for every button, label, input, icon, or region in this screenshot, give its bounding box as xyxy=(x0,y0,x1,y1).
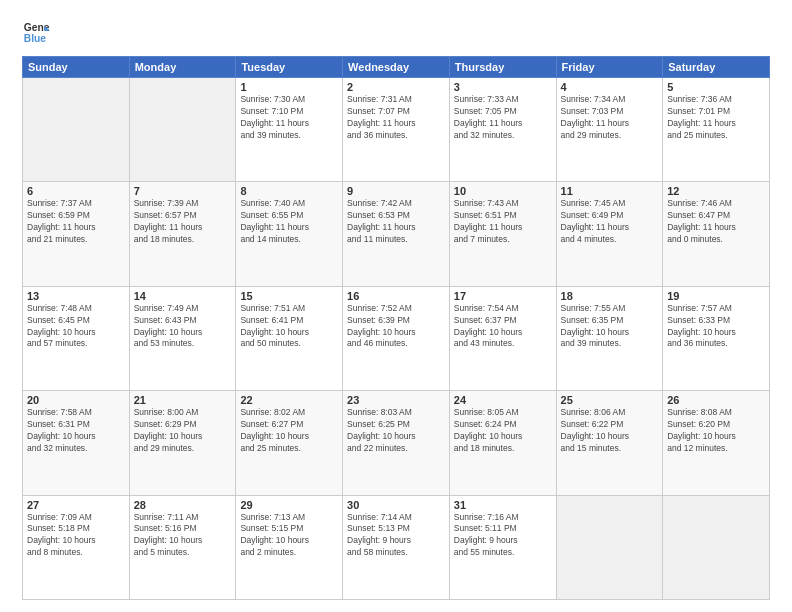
day-number: 26 xyxy=(667,394,765,406)
day-number: 7 xyxy=(134,185,232,197)
day-number: 19 xyxy=(667,290,765,302)
day-number: 2 xyxy=(347,81,445,93)
day-cell xyxy=(129,78,236,182)
day-info: Sunrise: 8:05 AM Sunset: 6:24 PM Dayligh… xyxy=(454,407,552,455)
day-number: 24 xyxy=(454,394,552,406)
day-info: Sunrise: 7:48 AM Sunset: 6:45 PM Dayligh… xyxy=(27,303,125,351)
day-cell: 4Sunrise: 7:34 AM Sunset: 7:03 PM Daylig… xyxy=(556,78,663,182)
day-info: Sunrise: 7:30 AM Sunset: 7:10 PM Dayligh… xyxy=(240,94,338,142)
day-info: Sunrise: 7:40 AM Sunset: 6:55 PM Dayligh… xyxy=(240,198,338,246)
day-info: Sunrise: 7:49 AM Sunset: 6:43 PM Dayligh… xyxy=(134,303,232,351)
day-number: 21 xyxy=(134,394,232,406)
day-cell: 20Sunrise: 7:58 AM Sunset: 6:31 PM Dayli… xyxy=(23,391,130,495)
day-info: Sunrise: 7:45 AM Sunset: 6:49 PM Dayligh… xyxy=(561,198,659,246)
day-number: 13 xyxy=(27,290,125,302)
day-info: Sunrise: 7:52 AM Sunset: 6:39 PM Dayligh… xyxy=(347,303,445,351)
day-number: 10 xyxy=(454,185,552,197)
day-number: 8 xyxy=(240,185,338,197)
day-cell: 27Sunrise: 7:09 AM Sunset: 5:18 PM Dayli… xyxy=(23,495,130,599)
day-cell: 24Sunrise: 8:05 AM Sunset: 6:24 PM Dayli… xyxy=(449,391,556,495)
day-info: Sunrise: 7:39 AM Sunset: 6:57 PM Dayligh… xyxy=(134,198,232,246)
day-number: 28 xyxy=(134,499,232,511)
day-number: 30 xyxy=(347,499,445,511)
day-number: 6 xyxy=(27,185,125,197)
day-number: 5 xyxy=(667,81,765,93)
day-cell: 13Sunrise: 7:48 AM Sunset: 6:45 PM Dayli… xyxy=(23,286,130,390)
day-info: Sunrise: 7:37 AM Sunset: 6:59 PM Dayligh… xyxy=(27,198,125,246)
svg-text:Blue: Blue xyxy=(24,33,47,44)
day-info: Sunrise: 7:54 AM Sunset: 6:37 PM Dayligh… xyxy=(454,303,552,351)
weekday-header-row: SundayMondayTuesdayWednesdayThursdayFrid… xyxy=(23,57,770,78)
page: General Blue SundayMondayTuesdayWednesda… xyxy=(0,0,792,612)
logo-icon: General Blue xyxy=(22,18,50,46)
day-number: 23 xyxy=(347,394,445,406)
day-info: Sunrise: 7:11 AM Sunset: 5:16 PM Dayligh… xyxy=(134,512,232,560)
day-cell xyxy=(663,495,770,599)
day-info: Sunrise: 7:34 AM Sunset: 7:03 PM Dayligh… xyxy=(561,94,659,142)
day-cell: 29Sunrise: 7:13 AM Sunset: 5:15 PM Dayli… xyxy=(236,495,343,599)
week-row-3: 13Sunrise: 7:48 AM Sunset: 6:45 PM Dayli… xyxy=(23,286,770,390)
day-info: Sunrise: 8:03 AM Sunset: 6:25 PM Dayligh… xyxy=(347,407,445,455)
day-cell: 18Sunrise: 7:55 AM Sunset: 6:35 PM Dayli… xyxy=(556,286,663,390)
day-number: 29 xyxy=(240,499,338,511)
day-cell: 26Sunrise: 8:08 AM Sunset: 6:20 PM Dayli… xyxy=(663,391,770,495)
day-cell: 8Sunrise: 7:40 AM Sunset: 6:55 PM Daylig… xyxy=(236,182,343,286)
day-info: Sunrise: 7:51 AM Sunset: 6:41 PM Dayligh… xyxy=(240,303,338,351)
day-number: 20 xyxy=(27,394,125,406)
day-cell: 12Sunrise: 7:46 AM Sunset: 6:47 PM Dayli… xyxy=(663,182,770,286)
day-cell: 14Sunrise: 7:49 AM Sunset: 6:43 PM Dayli… xyxy=(129,286,236,390)
day-cell: 5Sunrise: 7:36 AM Sunset: 7:01 PM Daylig… xyxy=(663,78,770,182)
day-info: Sunrise: 7:58 AM Sunset: 6:31 PM Dayligh… xyxy=(27,407,125,455)
day-number: 3 xyxy=(454,81,552,93)
day-number: 22 xyxy=(240,394,338,406)
day-cell: 23Sunrise: 8:03 AM Sunset: 6:25 PM Dayli… xyxy=(343,391,450,495)
day-number: 14 xyxy=(134,290,232,302)
week-row-2: 6Sunrise: 7:37 AM Sunset: 6:59 PM Daylig… xyxy=(23,182,770,286)
day-cell: 19Sunrise: 7:57 AM Sunset: 6:33 PM Dayli… xyxy=(663,286,770,390)
day-info: Sunrise: 8:06 AM Sunset: 6:22 PM Dayligh… xyxy=(561,407,659,455)
day-info: Sunrise: 8:08 AM Sunset: 6:20 PM Dayligh… xyxy=(667,407,765,455)
day-cell: 9Sunrise: 7:42 AM Sunset: 6:53 PM Daylig… xyxy=(343,182,450,286)
weekday-header-saturday: Saturday xyxy=(663,57,770,78)
day-info: Sunrise: 7:43 AM Sunset: 6:51 PM Dayligh… xyxy=(454,198,552,246)
day-cell: 2Sunrise: 7:31 AM Sunset: 7:07 PM Daylig… xyxy=(343,78,450,182)
day-info: Sunrise: 7:09 AM Sunset: 5:18 PM Dayligh… xyxy=(27,512,125,560)
day-cell: 6Sunrise: 7:37 AM Sunset: 6:59 PM Daylig… xyxy=(23,182,130,286)
day-cell: 15Sunrise: 7:51 AM Sunset: 6:41 PM Dayli… xyxy=(236,286,343,390)
day-number: 12 xyxy=(667,185,765,197)
day-cell: 22Sunrise: 8:02 AM Sunset: 6:27 PM Dayli… xyxy=(236,391,343,495)
day-number: 4 xyxy=(561,81,659,93)
day-cell: 28Sunrise: 7:11 AM Sunset: 5:16 PM Dayli… xyxy=(129,495,236,599)
day-cell: 11Sunrise: 7:45 AM Sunset: 6:49 PM Dayli… xyxy=(556,182,663,286)
day-info: Sunrise: 7:55 AM Sunset: 6:35 PM Dayligh… xyxy=(561,303,659,351)
day-info: Sunrise: 7:16 AM Sunset: 5:11 PM Dayligh… xyxy=(454,512,552,560)
day-number: 31 xyxy=(454,499,552,511)
weekday-header-monday: Monday xyxy=(129,57,236,78)
day-cell: 25Sunrise: 8:06 AM Sunset: 6:22 PM Dayli… xyxy=(556,391,663,495)
logo: General Blue xyxy=(22,18,50,46)
weekday-header-friday: Friday xyxy=(556,57,663,78)
week-row-4: 20Sunrise: 7:58 AM Sunset: 6:31 PM Dayli… xyxy=(23,391,770,495)
day-number: 9 xyxy=(347,185,445,197)
weekday-header-tuesday: Tuesday xyxy=(236,57,343,78)
day-cell: 31Sunrise: 7:16 AM Sunset: 5:11 PM Dayli… xyxy=(449,495,556,599)
weekday-header-sunday: Sunday xyxy=(23,57,130,78)
day-cell: 16Sunrise: 7:52 AM Sunset: 6:39 PM Dayli… xyxy=(343,286,450,390)
calendar-table: SundayMondayTuesdayWednesdayThursdayFrid… xyxy=(22,56,770,600)
header: General Blue xyxy=(22,18,770,46)
day-number: 16 xyxy=(347,290,445,302)
day-info: Sunrise: 7:42 AM Sunset: 6:53 PM Dayligh… xyxy=(347,198,445,246)
weekday-header-thursday: Thursday xyxy=(449,57,556,78)
day-info: Sunrise: 8:00 AM Sunset: 6:29 PM Dayligh… xyxy=(134,407,232,455)
day-info: Sunrise: 7:33 AM Sunset: 7:05 PM Dayligh… xyxy=(454,94,552,142)
day-cell xyxy=(23,78,130,182)
day-cell: 7Sunrise: 7:39 AM Sunset: 6:57 PM Daylig… xyxy=(129,182,236,286)
day-cell: 10Sunrise: 7:43 AM Sunset: 6:51 PM Dayli… xyxy=(449,182,556,286)
day-number: 25 xyxy=(561,394,659,406)
day-number: 15 xyxy=(240,290,338,302)
day-cell: 1Sunrise: 7:30 AM Sunset: 7:10 PM Daylig… xyxy=(236,78,343,182)
day-info: Sunrise: 7:31 AM Sunset: 7:07 PM Dayligh… xyxy=(347,94,445,142)
day-number: 1 xyxy=(240,81,338,93)
day-number: 18 xyxy=(561,290,659,302)
day-info: Sunrise: 7:36 AM Sunset: 7:01 PM Dayligh… xyxy=(667,94,765,142)
